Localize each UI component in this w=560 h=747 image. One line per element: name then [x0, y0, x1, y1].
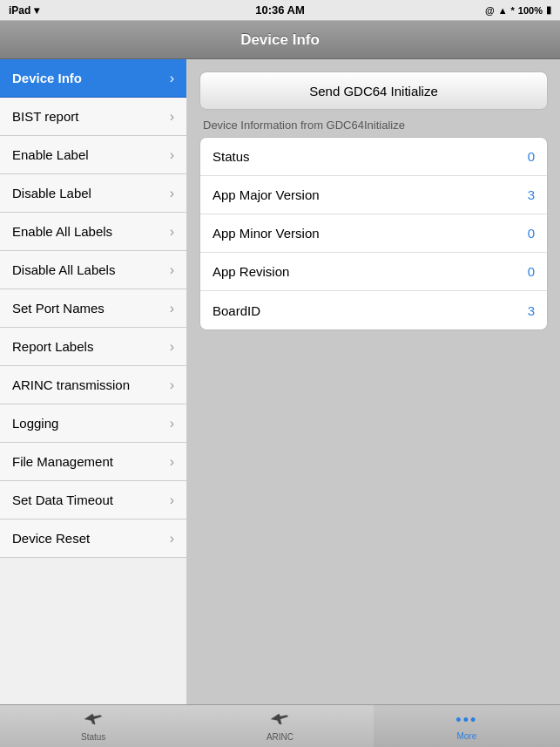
sidebar-label: Device Reset	[12, 531, 90, 546]
sidebar-item[interactable]: Device Info›	[0, 59, 186, 98]
sidebar-item[interactable]: ARINC transmission›	[0, 366, 186, 404]
status-time: 10:36 AM	[255, 3, 305, 17]
table-row: App Revision0	[200, 253, 547, 291]
sidebar-label: Set Data Timeout	[12, 492, 113, 507]
row-label: App Revision	[213, 264, 289, 279]
chevron-icon: ›	[170, 531, 174, 547]
row-value: 0	[528, 264, 535, 279]
tab-bar: Status ARINC•••More	[0, 704, 560, 747]
sidebar-label: Report Labels	[12, 339, 93, 354]
sidebar-label: Device Info	[12, 71, 82, 85]
row-label: App Minor Version	[213, 226, 320, 241]
sidebar-item[interactable]: File Management›	[0, 443, 186, 481]
row-value: 3	[528, 187, 535, 202]
row-value: 3	[528, 303, 535, 318]
sidebar-label: Disable Label	[12, 186, 91, 200]
table-row: BoardID3	[200, 291, 547, 329]
sidebar-item[interactable]: Enable Label›	[0, 136, 186, 174]
status-bar: iPad ▾ 10:36 AM @ ▲ * 100% ▮	[0, 0, 560, 21]
tab-status[interactable]: Status	[0, 705, 186, 747]
sidebar-label: File Management	[12, 454, 113, 469]
wifi-icon: ▾	[34, 4, 39, 17]
dots-icon: •••	[455, 711, 477, 730]
sidebar-label: Set Port Names	[12, 301, 105, 316]
sidebar-item[interactable]: Disable All Labels›	[0, 251, 186, 289]
chevron-icon: ›	[170, 492, 174, 508]
sidebar-label: BIST report	[12, 109, 78, 124]
chevron-icon: ›	[170, 301, 174, 316]
sidebar-item[interactable]: Set Port Names›	[0, 289, 186, 328]
chevron-icon: ›	[170, 339, 174, 355]
chevron-icon: ›	[170, 416, 174, 431]
sidebar-item[interactable]: Device Reset›	[0, 520, 186, 558]
chevron-icon: ›	[170, 147, 174, 163]
sidebar-item[interactable]: Enable All Labels›	[0, 213, 186, 251]
nav-bar: Device Info	[0, 21, 560, 59]
tab-label: Status	[81, 732, 105, 742]
table-row: App Minor Version0	[200, 214, 547, 253]
sidebar-label: Disable All Labels	[12, 262, 115, 277]
row-label: App Major Version	[213, 187, 320, 202]
chevron-icon: ›	[170, 71, 174, 86]
tab-more[interactable]: •••More	[374, 705, 560, 747]
sidebar-label: Enable Label	[12, 147, 89, 162]
sidebar-label: Logging	[12, 416, 58, 431]
sidebar-item[interactable]: Disable Label›	[0, 174, 186, 213]
table-row: Status0	[200, 138, 547, 176]
chevron-icon: ›	[170, 377, 174, 393]
tab-arinc[interactable]: ARINC	[186, 705, 373, 747]
chevron-icon: ›	[170, 186, 174, 201]
chevron-icon: ›	[170, 262, 174, 278]
status-left: iPad ▾	[9, 4, 39, 17]
content-area: Send GDC64 Initialize Device Information…	[187, 59, 560, 704]
signal-icon: *	[511, 5, 515, 16]
plane-arinc-icon	[269, 711, 290, 730]
sidebar-label: ARINC transmission	[12, 377, 130, 392]
sidebar-item[interactable]: Set Data Timeout›	[0, 481, 186, 520]
chevron-icon: ›	[170, 109, 174, 125]
row-value: 0	[528, 226, 535, 241]
row-label: BoardID	[213, 303, 260, 318]
tab-label: More	[456, 731, 476, 741]
plane-status-icon	[83, 711, 104, 730]
info-table: Status0App Major Version3App Minor Versi…	[199, 137, 548, 330]
row-value: 0	[528, 149, 535, 164]
sidebar-item[interactable]: Logging›	[0, 404, 186, 443]
sidebar-item[interactable]: BIST report›	[0, 98, 186, 136]
row-label: Status	[213, 149, 250, 164]
chevron-icon: ›	[170, 224, 174, 240]
table-row: App Major Version3	[200, 176, 547, 214]
status-right: @ ▲ * 100% ▮	[485, 4, 551, 16]
nav-title: Device Info	[240, 31, 320, 49]
battery-label: 100%	[518, 5, 543, 16]
carrier-label: iPad	[9, 4, 30, 17]
main-layout: Device Info›BIST report›Enable Label›Dis…	[0, 59, 560, 704]
bluetooth-icon: ▲	[498, 5, 508, 16]
sidebar: Device Info›BIST report›Enable Label›Dis…	[0, 59, 187, 704]
battery-icon: ▮	[546, 4, 551, 16]
sidebar-item[interactable]: Report Labels›	[0, 328, 186, 366]
sidebar-label: Enable All Labels	[12, 224, 112, 239]
send-gdc64-button[interactable]: Send GDC64 Initialize	[199, 71, 548, 110]
chevron-icon: ›	[170, 454, 174, 470]
tab-label: ARINC	[267, 732, 293, 742]
section-header: Device Information from GDC64Initialize	[199, 119, 548, 132]
at-icon: @	[485, 5, 495, 16]
